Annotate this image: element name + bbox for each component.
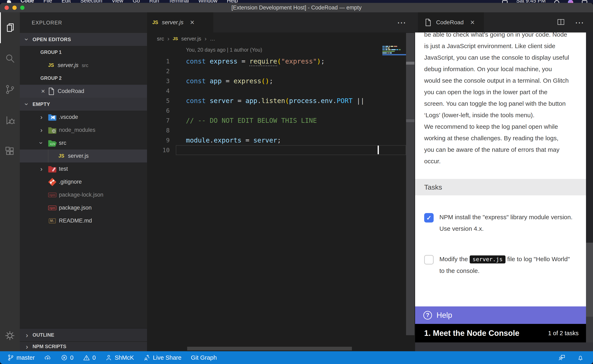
code-line-6[interactable]: 6	[147, 106, 415, 116]
status-item-master[interactable]: master	[7, 354, 35, 361]
apple-logo-icon[interactable]	[7, 0, 11, 3]
file-name: package-lock.json	[59, 192, 103, 198]
editor-actions-icon[interactable]: ⋯	[575, 17, 584, 28]
task-progress: 1 of 2 tasks	[548, 330, 579, 337]
inline-code: server.js	[470, 255, 506, 263]
tree-item-package-lock-json[interactable]: npmpackage-lock.json	[20, 188, 147, 201]
menu-selection[interactable]: Selection	[80, 0, 102, 3]
activity-explorer-icon[interactable]	[0, 12, 20, 43]
task-checkbox[interactable]: ✓	[424, 213, 434, 222]
menu-run[interactable]: Run	[149, 0, 159, 3]
tree-item--gitignore[interactable]: .gitignore	[20, 176, 147, 188]
code-line-1[interactable]: 1const express = require("express");	[147, 56, 415, 66]
tab-server-js[interactable]: JS server.js ×	[147, 12, 213, 32]
js-icon: JS	[47, 61, 56, 70]
line-number: 8	[147, 127, 170, 134]
close-icon[interactable]: ×	[40, 87, 47, 95]
tab-coderoad[interactable]: CodeRoad ×	[418, 12, 484, 32]
webview-scrollbar[interactable]	[586, 32, 593, 342]
activity-search-icon[interactable]	[0, 43, 20, 74]
menu-code[interactable]: Code	[20, 0, 34, 3]
activity-source-control-icon[interactable]	[0, 74, 20, 105]
coderoad-webview: be able to check what's going on in your…	[415, 32, 586, 342]
webview-scrollbar-thumb[interactable]	[586, 243, 593, 317]
open-editors-group-label: GROUP 2	[20, 72, 147, 85]
lesson-footer[interactable]: 1. Meet the Node Console 1 of 2 tasks	[415, 324, 586, 342]
breadcrumb-symbol[interactable]: …	[210, 36, 215, 42]
scrollbar-thumb[interactable]	[406, 62, 414, 65]
minimap[interactable]	[382, 46, 406, 55]
folder-section-header[interactable]: › EMPTY	[20, 98, 147, 111]
status-item-bell-icon[interactable]	[577, 354, 584, 361]
js-file-icon: JS	[152, 20, 158, 25]
section-outline[interactable]: ›OUTLINE	[20, 328, 147, 341]
status-item-cloud-icon[interactable]	[44, 354, 51, 361]
help-bar[interactable]: ? Help	[415, 306, 586, 324]
status-item-live-share[interactable]: Live Share	[143, 354, 181, 361]
line-number: 7	[147, 117, 170, 124]
status-item-shmck[interactable]: ShMcK	[105, 354, 134, 361]
code-line-3[interactable]: 3const app = express();	[147, 76, 415, 86]
control-center-icon[interactable]	[582, 0, 587, 3]
tree-item--vscode[interactable]: ›.vscode	[20, 111, 147, 124]
horizontal-scrollbar-thumb[interactable]	[187, 347, 352, 351]
menu-view[interactable]: View	[112, 0, 123, 3]
status-tray-icon[interactable]	[502, 0, 507, 3]
activity-extensions-icon[interactable]	[0, 136, 20, 167]
tree-item-src[interactable]: ›</>src	[20, 136, 147, 150]
panel-bottom-strip	[415, 342, 593, 351]
section-npm-scripts[interactable]: ›NPM SCRIPTS	[20, 341, 147, 351]
editor-actions-icon[interactable]: ⋯	[397, 17, 406, 28]
menu-window[interactable]: Window	[198, 0, 217, 3]
js-file-icon: JS	[173, 36, 178, 41]
menu-go[interactable]: Go	[133, 0, 140, 3]
settings-gear-icon[interactable]	[0, 323, 20, 348]
status-item-feedback-icon[interactable]	[558, 354, 565, 361]
chevron-icon: ›	[39, 127, 44, 133]
lesson-text-line: be able to check what's going on in your…	[424, 32, 584, 40]
file-name: server.js	[68, 153, 89, 159]
tree-item-server-js[interactable]: JSserver.js	[20, 150, 147, 162]
editor-group: JS server.js × ⋯ src›JSserver.js›… You, …	[147, 12, 415, 351]
breadcrumb-file[interactable]: server.js	[181, 36, 201, 42]
status-item-git-graph[interactable]: Git Graph	[191, 354, 217, 361]
lesson-text-line: ‘Logs’ (lower-left, inside the tools men…	[424, 109, 584, 121]
spotlight-icon[interactable]	[554, 0, 559, 3]
open-editors-header[interactable]: › OPEN EDITORS	[20, 33, 147, 46]
code-line-9[interactable]: 9module.exports = server;	[147, 135, 415, 145]
codelens-blame[interactable]: You, 20 days ago | 1 author (You)	[186, 47, 262, 53]
code-line-8[interactable]: 8	[147, 125, 415, 135]
open-editor-item[interactable]: ×CodeRoad	[20, 85, 147, 98]
open-editor-item[interactable]: JSserver.jssrc	[20, 59, 147, 72]
clipped-code-edge	[378, 146, 379, 154]
code-line-2[interactable]: 2	[147, 66, 415, 76]
tree-item-test[interactable]: ›test	[20, 162, 147, 176]
status-item-0[interactable]: 0	[61, 354, 73, 361]
menu-help[interactable]: Help	[227, 0, 238, 3]
close-tab-icon[interactable]: ×	[470, 18, 475, 27]
close-tab-icon[interactable]: ×	[190, 18, 194, 27]
lesson-text-line: We recommend to keep the log panel open …	[424, 121, 584, 132]
status-item-0[interactable]: 0	[83, 354, 96, 361]
task-item-1: ✓NPM install the "express" library modul…	[424, 211, 581, 234]
menu-file[interactable]: File	[43, 0, 52, 3]
task-checkbox[interactable]	[424, 255, 434, 265]
lesson-text-line: would see the console output in a termin…	[424, 75, 584, 86]
code-line-7[interactable]: 7// -- DO NOT EDIT BELOW THIS LINE	[147, 116, 415, 125]
breadcrumb-folder[interactable]: src	[157, 36, 164, 42]
editor-scrollbar[interactable]	[406, 33, 414, 335]
status-bar: master00ShMcKLive ShareGit Graph	[0, 351, 593, 364]
code-line-4[interactable]: 4	[147, 86, 415, 96]
split-editor-icon[interactable]	[557, 18, 565, 27]
code-line-5[interactable]: 5const server = app.listen(process.env.P…	[147, 96, 415, 106]
menu-edit[interactable]: Edit	[61, 0, 71, 3]
menu-terminal[interactable]: Terminal	[169, 0, 189, 3]
siri-icon[interactable]	[568, 0, 573, 3]
line-number: 1	[147, 58, 170, 65]
tree-item-readme-md[interactable]: M↓README.md	[20, 214, 147, 227]
code-editor[interactable]: 1const express = require("express");23co…	[147, 56, 415, 155]
tree-item-node-modules[interactable]: ›JSnode_modules	[20, 124, 147, 136]
breadcrumb[interactable]: src›JSserver.js›…	[147, 32, 415, 45]
tree-item-package-json[interactable]: npmpackage.json	[20, 201, 147, 214]
activity-run-debug-icon[interactable]	[0, 105, 20, 136]
